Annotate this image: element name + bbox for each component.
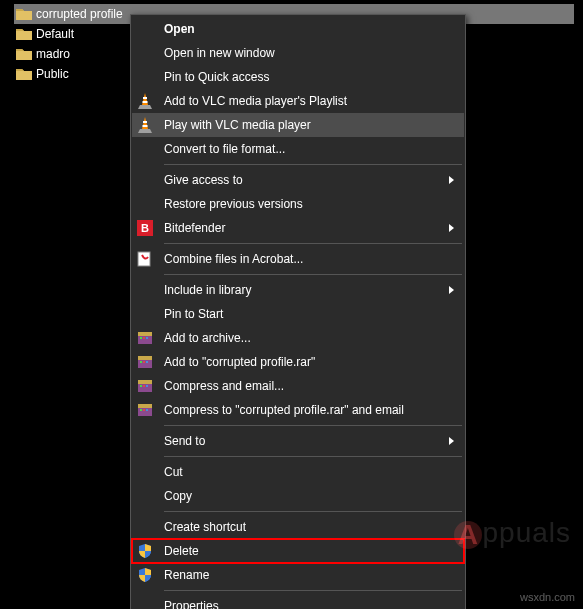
watermark-logo-icon: A	[454, 521, 482, 549]
vlc-icon	[136, 116, 154, 134]
svg-rect-13	[138, 356, 152, 360]
menu-separator	[164, 511, 462, 512]
menu-copy[interactable]: Copy	[132, 484, 464, 508]
menu-separator	[164, 243, 462, 244]
svg-rect-3	[143, 125, 148, 127]
svg-rect-11	[146, 337, 148, 339]
winrar-icon	[136, 329, 154, 347]
menu-add-rar[interactable]: Add to "corrupted profile.rar"	[132, 350, 464, 374]
winrar-icon	[136, 401, 154, 419]
svg-rect-17	[138, 383, 152, 392]
svg-rect-15	[143, 361, 145, 363]
svg-rect-10	[143, 337, 145, 339]
file-name: Default	[36, 27, 74, 41]
file-name: corrupted profile	[36, 7, 123, 21]
file-name: Public	[36, 67, 69, 81]
context-menu: Open Open in new window Pin to Quick acc…	[130, 14, 466, 609]
svg-rect-18	[138, 380, 152, 384]
svg-rect-22	[138, 407, 152, 416]
svg-rect-2	[143, 121, 147, 123]
shield-icon	[136, 566, 154, 584]
menu-open[interactable]: Open	[132, 17, 464, 41]
menu-separator	[164, 590, 462, 591]
menu-add-archive[interactable]: Add to archive...	[132, 326, 464, 350]
menu-pin-start[interactable]: Pin to Start	[132, 302, 464, 326]
svg-rect-9	[140, 337, 142, 339]
svg-rect-8	[138, 332, 152, 336]
svg-rect-7	[138, 335, 152, 344]
svg-rect-16	[146, 361, 148, 363]
submenu-arrow-icon	[449, 224, 454, 232]
file-name: madro	[36, 47, 70, 61]
svg-rect-26	[146, 409, 148, 411]
menu-combine-acrobat[interactable]: Combine files in Acrobat...	[132, 247, 464, 271]
folder-icon	[16, 27, 32, 41]
watermark: Appuals	[454, 517, 571, 549]
bitdefender-icon: B	[136, 219, 154, 237]
menu-convert-file-format[interactable]: Convert to file format...	[132, 137, 464, 161]
menu-delete[interactable]: Delete	[132, 539, 464, 563]
svg-rect-0	[143, 97, 147, 99]
svg-rect-23	[138, 404, 152, 408]
menu-bitdefender[interactable]: B Bitdefender	[132, 216, 464, 240]
svg-rect-25	[143, 409, 145, 411]
menu-compress-rar-email[interactable]: Compress to "corrupted profile.rar" and …	[132, 398, 464, 422]
menu-vlc-playlist[interactable]: Add to VLC media player's Playlist	[132, 89, 464, 113]
svg-rect-12	[138, 359, 152, 368]
folder-icon	[16, 47, 32, 61]
svg-text:B: B	[141, 222, 149, 234]
menu-properties[interactable]: Properties	[132, 594, 464, 609]
menu-include-library[interactable]: Include in library	[132, 278, 464, 302]
submenu-arrow-icon	[449, 176, 454, 184]
folder-icon	[16, 7, 32, 21]
menu-separator	[164, 425, 462, 426]
svg-rect-19	[140, 385, 142, 387]
footer-text: wsxdn.com	[520, 591, 575, 603]
svg-rect-24	[140, 409, 142, 411]
menu-restore-previous[interactable]: Restore previous versions	[132, 192, 464, 216]
shield-icon	[136, 542, 154, 560]
menu-pin-quick-access[interactable]: Pin to Quick access	[132, 65, 464, 89]
svg-rect-14	[140, 361, 142, 363]
svg-rect-21	[146, 385, 148, 387]
svg-rect-20	[143, 385, 145, 387]
svg-rect-1	[143, 101, 148, 103]
submenu-arrow-icon	[449, 286, 454, 294]
menu-cut[interactable]: Cut	[132, 460, 464, 484]
acrobat-icon	[136, 250, 154, 268]
menu-give-access-to[interactable]: Give access to	[132, 168, 464, 192]
submenu-arrow-icon	[449, 437, 454, 445]
menu-rename[interactable]: Rename	[132, 563, 464, 587]
menu-send-to[interactable]: Send to	[132, 429, 464, 453]
menu-create-shortcut[interactable]: Create shortcut	[132, 515, 464, 539]
menu-separator	[164, 456, 462, 457]
menu-separator	[164, 164, 462, 165]
menu-separator	[164, 274, 462, 275]
winrar-icon	[136, 353, 154, 371]
menu-open-new-window[interactable]: Open in new window	[132, 41, 464, 65]
folder-icon	[16, 67, 32, 81]
vlc-icon	[136, 92, 154, 110]
winrar-icon	[136, 377, 154, 395]
menu-compress-email[interactable]: Compress and email...	[132, 374, 464, 398]
menu-vlc-play[interactable]: Play with VLC media player	[132, 113, 464, 137]
